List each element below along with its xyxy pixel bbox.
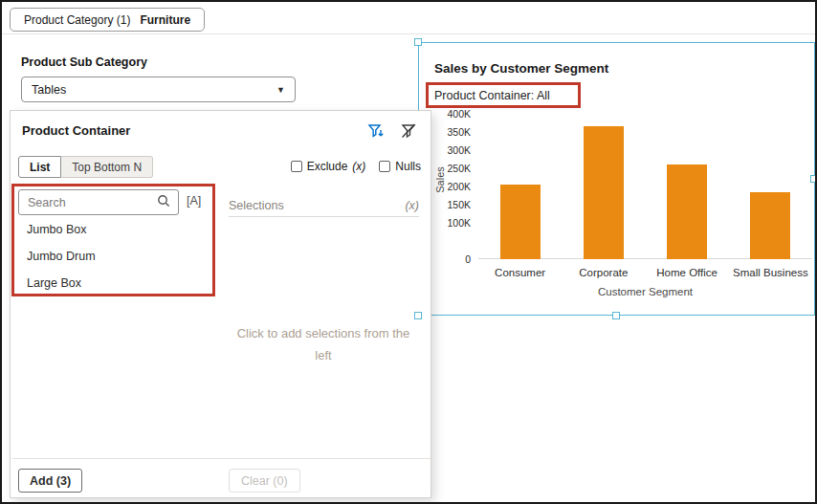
selection-handle-bottom-middle[interactable] [612, 312, 620, 319]
match-case-button[interactable]: [A] [187, 194, 201, 208]
y-tick-label: 350K [432, 126, 471, 138]
y-tick-label: 0 [432, 253, 471, 265]
nulls-checkbox[interactable]: Nulls [379, 160, 421, 173]
selection-handle-top-left[interactable] [414, 38, 422, 46]
chevron-down-icon: ▼ [276, 85, 285, 95]
value-list: Jumbo BoxJumbo DrumLarge Box [18, 216, 190, 296]
y-tick-label: 150K [432, 199, 471, 210]
tab-top-bottom-n[interactable]: Top Bottom N [61, 156, 153, 178]
panel-title: Product Container [22, 123, 130, 138]
filter-mode-tabs: List Top Bottom N [18, 156, 153, 178]
app-window: Product Category (1) Furniture Product S… [0, 0, 817, 504]
y-tick-label: 300K [432, 144, 471, 156]
bar-small-business[interactable] [750, 192, 790, 259]
exclude-suffix: (x) [352, 160, 365, 173]
filter-chip-value: Furniture [140, 13, 190, 27]
bar-consumer[interactable] [500, 185, 541, 259]
chart-subtitle: Product Container: All [434, 89, 550, 102]
x-category-label: Home Office [646, 267, 729, 278]
selections-empty-text: Click to add selections from the left [232, 323, 414, 367]
tab-list[interactable]: List [18, 156, 61, 178]
exclude-label: Exclude [307, 160, 348, 173]
y-tick-label: 250K [432, 163, 471, 174]
filter-chip-label: Product Category (1) [24, 13, 130, 27]
checkbox-icon [291, 161, 302, 172]
sub-category-dropdown[interactable]: Tables ▼ [21, 77, 296, 102]
selections-divider [229, 216, 419, 217]
search-box [18, 189, 179, 215]
list-item[interactable]: Jumbo Drum [18, 243, 190, 270]
exclude-checkbox[interactable]: Exclude (x) [291, 160, 366, 173]
bar-home-office[interactable] [667, 164, 707, 259]
search-icon[interactable] [157, 194, 170, 211]
y-axis-ticks: 400K350K300K250K200K150K100K0 [432, 114, 471, 259]
list-item[interactable]: Jumbo Box [18, 216, 190, 243]
chart-title: Sales by Customer Segment [434, 61, 608, 76]
bar-corporate[interactable] [584, 126, 624, 259]
y-tick-label: 100K [432, 217, 471, 229]
selection-handle-right-middle[interactable] [810, 175, 817, 183]
annotation-box-subtitle: Product Container: All [426, 82, 581, 108]
x-category-label: Corporate [562, 267, 645, 278]
x-category-label: Consumer [478, 267, 562, 278]
clear-filter-icon[interactable] [400, 122, 417, 140]
plot-area: ConsumerCorporateHome OfficeSmall Busine… [478, 114, 812, 259]
footer-divider [12, 458, 431, 459]
selection-handle-bottom-left[interactable] [414, 312, 422, 319]
clear-button[interactable]: Clear (0) [229, 469, 300, 493]
product-container-filter-panel: Product Container List Top Bottom N [10, 110, 431, 498]
product-category-filter-chip[interactable]: Product Category (1) Furniture [10, 8, 205, 32]
topbar-divider [2, 33, 815, 34]
y-tick-label: 400K [432, 108, 471, 120]
selections-header: Selections [229, 199, 284, 212]
y-tick-label: 200K [432, 181, 471, 192]
selections-count: (x) [405, 199, 419, 212]
nulls-label: Nulls [395, 160, 421, 173]
list-item[interactable]: Large Box [18, 270, 190, 296]
x-axis-title: Customer Segment [478, 286, 812, 297]
apply-filter-icon[interactable] [367, 122, 385, 140]
sub-category-label: Product Sub Category [21, 55, 147, 69]
checkbox-icon [379, 161, 390, 172]
add-button[interactable]: Add (3) [18, 469, 82, 493]
x-category-label: Small Business [729, 267, 812, 278]
dropdown-value: Tables [32, 83, 66, 97]
search-input[interactable] [28, 196, 157, 209]
